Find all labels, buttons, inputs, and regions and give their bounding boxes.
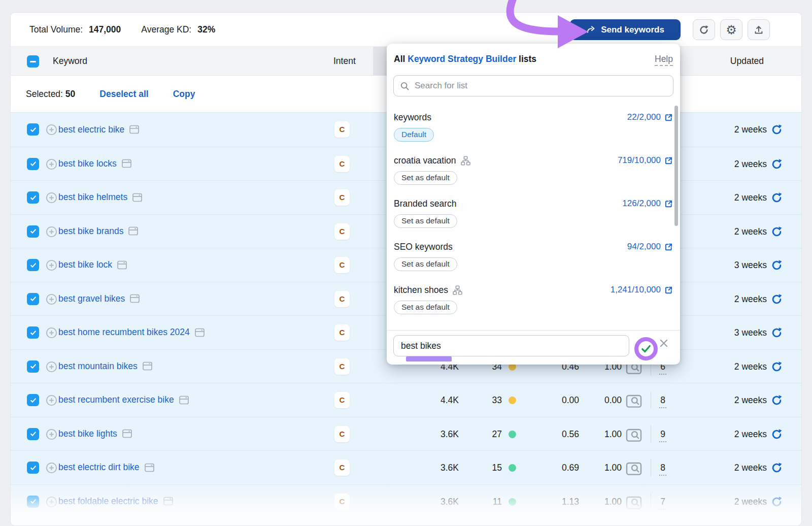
close-icon[interactable] xyxy=(659,338,669,348)
row-checkbox[interactable] xyxy=(27,191,39,204)
row-checkbox[interactable] xyxy=(27,462,39,474)
add-plus-icon[interactable] xyxy=(46,259,57,271)
row-checkbox[interactable] xyxy=(27,428,39,440)
keyword-link[interactable]: best bike lights xyxy=(58,417,132,451)
list-item[interactable]: kitchen shoes 1,241/10,000 Set as defaul… xyxy=(387,283,680,326)
refresh-row-icon[interactable] xyxy=(771,293,783,305)
serp-preview-icon[interactable] xyxy=(626,496,642,509)
row-checkbox[interactable] xyxy=(27,394,39,406)
list-default-badge[interactable]: Set as default xyxy=(394,301,457,314)
keyword-link[interactable]: best foldable electric bike xyxy=(58,485,174,518)
kd-value: 27 xyxy=(457,417,502,451)
list-search-box[interactable] xyxy=(393,75,673,96)
row-checkbox[interactable] xyxy=(27,158,39,170)
send-keywords-label: Send keywords xyxy=(601,25,664,35)
add-plus-icon[interactable] xyxy=(46,327,57,339)
keyword-link[interactable]: best bike helmets xyxy=(58,181,143,214)
refresh-row-icon[interactable] xyxy=(771,259,783,271)
refresh-row-icon[interactable] xyxy=(771,158,783,170)
keyword-link[interactable]: best mountain bikes xyxy=(58,350,153,383)
column-divider xyxy=(651,493,651,510)
refresh-row-icon[interactable] xyxy=(771,394,783,406)
new-list-input[interactable] xyxy=(393,335,629,356)
refresh-row-icon[interactable] xyxy=(771,192,783,204)
row-checkbox[interactable] xyxy=(27,496,39,508)
refresh-row-icon[interactable] xyxy=(771,226,783,238)
add-plus-icon[interactable] xyxy=(46,462,57,474)
list-count-link[interactable]: 719/10,000 xyxy=(618,153,673,168)
competition-value: 1.00 xyxy=(580,451,622,485)
check-icon xyxy=(30,228,37,235)
list-item[interactable]: Branded search 126/2,000 Set as default xyxy=(387,196,680,240)
export-button[interactable] xyxy=(748,19,770,40)
add-plus-icon[interactable] xyxy=(46,496,57,508)
serp-preview-icon[interactable] xyxy=(626,394,642,407)
results-count[interactable]: 9 xyxy=(654,417,671,451)
keyword-strategy-builder-link[interactable]: Keyword Strategy Builder xyxy=(408,54,516,64)
copy-link[interactable]: Copy xyxy=(173,89,195,100)
list-item[interactable]: keywords 22/2,000 Default xyxy=(387,110,680,153)
row-checkbox[interactable] xyxy=(27,360,39,373)
keyword-link[interactable]: best bike lock xyxy=(58,248,127,282)
row-checkbox[interactable] xyxy=(27,293,39,305)
list-default-badge[interactable]: Set as default xyxy=(394,171,457,185)
average-kd-value: 32% xyxy=(197,24,215,35)
settings-button[interactable]: ⚙ xyxy=(720,19,742,40)
add-plus-icon[interactable] xyxy=(46,394,57,406)
add-plus-icon[interactable] xyxy=(46,192,57,204)
keyword-link[interactable]: best electric bike xyxy=(58,113,140,147)
keyword-link[interactable]: best home recumbent bikes 2024 xyxy=(58,316,205,349)
serp-preview-icon[interactable] xyxy=(626,429,642,441)
keyword-link[interactable]: best recumbent exercise bike xyxy=(58,383,189,417)
check-icon xyxy=(30,431,37,437)
deselect-all-link[interactable]: Deselect all xyxy=(99,89,148,100)
column-header-updated[interactable]: Updated xyxy=(696,47,783,75)
updated-value: 2 weeks xyxy=(686,215,767,249)
keyword-link[interactable]: best bike locks xyxy=(58,147,132,181)
row-checkbox[interactable] xyxy=(27,259,39,271)
competition-value: 1.00 xyxy=(580,417,622,451)
check-icon xyxy=(30,397,37,404)
row-checkbox[interactable] xyxy=(27,225,39,238)
list-default-badge[interactable]: Set as default xyxy=(394,214,457,228)
list-default-badge[interactable]: Set as default xyxy=(394,257,457,271)
add-plus-icon[interactable] xyxy=(46,124,57,136)
list-count-link[interactable]: 1,241/10,000 xyxy=(611,283,673,297)
refresh-row-icon[interactable] xyxy=(771,496,783,508)
list-count-link[interactable]: 94/2,000 xyxy=(627,240,673,254)
refresh-button[interactable] xyxy=(693,19,715,40)
results-count[interactable]: 8 xyxy=(654,383,671,417)
row-checkbox[interactable] xyxy=(27,123,39,136)
help-link[interactable]: Help xyxy=(655,54,673,66)
keyword-link[interactable]: best electric dirt bike xyxy=(58,451,155,484)
refresh-row-icon[interactable] xyxy=(771,462,783,474)
refresh-row-icon[interactable] xyxy=(771,429,783,440)
list-item[interactable]: croatia vacation 719/10,000 Set as defau… xyxy=(387,153,680,196)
list-count-link[interactable]: 22/2,000 xyxy=(627,110,673,124)
results-count[interactable]: 7 xyxy=(654,485,671,519)
add-plus-icon[interactable] xyxy=(46,226,57,238)
list-count-link[interactable]: 126/2,000 xyxy=(622,196,673,211)
add-plus-icon[interactable] xyxy=(46,158,57,170)
refresh-row-icon[interactable] xyxy=(771,327,783,339)
keyword-text: best foldable electric bike xyxy=(58,496,158,507)
column-header-keyword[interactable]: Keyword xyxy=(53,47,87,75)
add-plus-icon[interactable] xyxy=(46,361,57,373)
keyword-link[interactable]: best bike brands xyxy=(58,215,139,248)
results-count[interactable]: 8 xyxy=(654,451,671,485)
list-item[interactable]: SEO keywords 94/2,000 Set as default xyxy=(387,240,680,283)
refresh-row-icon[interactable] xyxy=(771,124,783,136)
column-header-intent[interactable]: Intent xyxy=(333,47,356,75)
add-plus-icon[interactable] xyxy=(46,429,57,440)
list-search-input[interactable] xyxy=(415,81,667,91)
refresh-row-icon[interactable] xyxy=(771,361,783,373)
serp-preview-icon[interactable] xyxy=(626,462,642,475)
popup-scrollbar[interactable] xyxy=(674,106,678,226)
row-checkbox[interactable] xyxy=(27,326,39,339)
keyword-link[interactable]: best gravel bikes xyxy=(58,282,140,316)
select-all-checkbox[interactable] xyxy=(27,55,39,68)
confirm-check-icon[interactable] xyxy=(640,343,652,354)
send-keywords-button[interactable]: Send keywords xyxy=(570,19,681,40)
add-plus-icon[interactable] xyxy=(46,293,57,305)
check-icon xyxy=(30,330,37,336)
